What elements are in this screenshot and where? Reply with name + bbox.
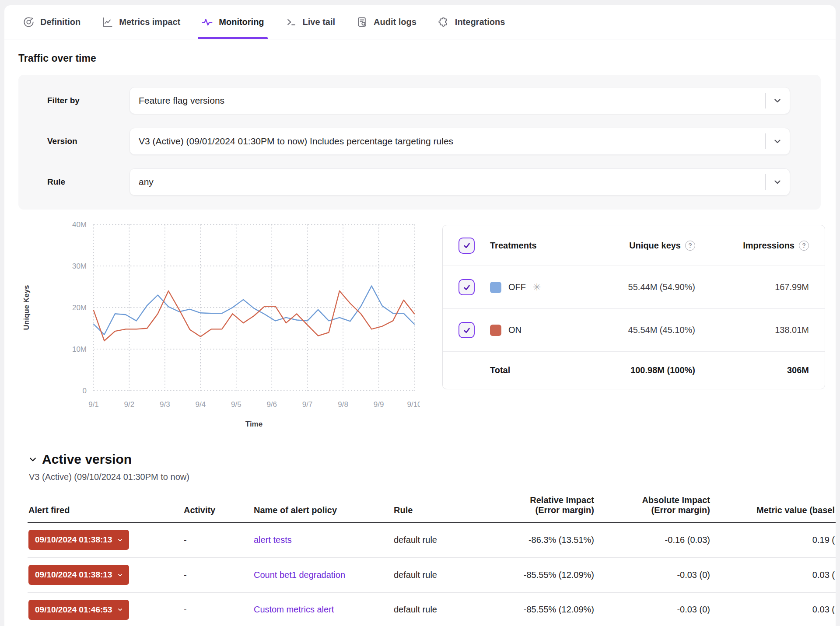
total-unique-keys: 100.98M (100%)	[551, 365, 695, 375]
alert-relative-impact: -85.55% (12.09%)	[494, 592, 594, 626]
divider	[765, 133, 766, 149]
alert-metric-value: 0.19 (	[710, 522, 836, 557]
treatment-name: OFF	[508, 282, 526, 292]
tab-definition[interactable]: Definition	[23, 5, 80, 39]
treatments-header-row: Treatments Unique keys ? Impressions ?	[443, 225, 825, 266]
rule-select[interactable]: any	[130, 168, 790, 196]
alert-activity: -	[183, 557, 253, 592]
off-checkbox[interactable]	[458, 279, 475, 295]
chevron-down-icon	[772, 95, 783, 106]
total-impressions: 306M	[695, 365, 809, 375]
svg-text:40M: 40M	[72, 220, 87, 229]
chevron-down-icon	[28, 455, 37, 464]
rule-label: Rule	[47, 177, 130, 187]
svg-text:9/7: 9/7	[302, 400, 313, 409]
active-version-toggle[interactable]: Active version	[28, 452, 836, 467]
alert-fired-time: 09/10/2024 01:46:53	[35, 605, 112, 615]
chart-and-treatments: 010M20M30M40M9/19/29/39/49/59/69/79/89/9…	[4, 217, 836, 435]
col-relative-impact: Relative Impact (Error margin)	[494, 495, 594, 522]
rule-row: Rule any	[47, 168, 790, 196]
alert-fired-button[interactable]: 09/10/2024 01:46:53	[28, 600, 129, 620]
filter-panel: Filter by Feature flag versions Version …	[18, 75, 821, 210]
svg-text:9/8: 9/8	[338, 400, 348, 409]
check-icon	[462, 241, 472, 250]
unique-keys-header: Unique keys	[629, 241, 681, 251]
col-rule: Rule	[393, 495, 494, 522]
alert-fired-button[interactable]: 09/10/2024 01:38:13	[28, 565, 129, 585]
active-version-section: Active version V3 (Active) (09/10/2024 0…	[28, 452, 836, 482]
tab-audit-logs[interactable]: Audit logs	[356, 5, 416, 39]
version-value: V3 (Active) (09/01/2024 01:30PM to now) …	[139, 136, 765, 147]
tab-live-tail[interactable]: Live tail	[285, 5, 335, 39]
unique-keys-help-icon[interactable]: ?	[685, 241, 695, 251]
alert-metric-value: 0.03 (	[710, 557, 836, 592]
alert-fired-button[interactable]: 09/10/2024 01:38:13	[28, 530, 129, 550]
filter-by-label: Filter by	[47, 96, 130, 105]
divider	[765, 93, 766, 108]
version-row: Version V3 (Active) (09/01/2024 01:30PM …	[47, 128, 790, 155]
version-select[interactable]: V3 (Active) (09/01/2024 01:30PM to now) …	[130, 128, 790, 155]
definition-icon	[23, 16, 35, 28]
chevron-down-icon	[117, 537, 123, 543]
tab-metrics-impact[interactable]: Metrics impact	[102, 5, 180, 39]
col-activity: Activity	[183, 495, 253, 522]
svg-text:9/9: 9/9	[374, 400, 384, 409]
tab-monitoring[interactable]: Monitoring	[201, 5, 264, 39]
treatment-row-on: ON 45.54M (45.10%) 138.01M	[443, 308, 825, 351]
rule-value: any	[139, 177, 765, 187]
svg-text:Unique Keys: Unique Keys	[22, 285, 31, 330]
alerts-header-row: Alert fired Activity Name of alert polic…	[28, 495, 836, 522]
tab-label: Metrics impact	[119, 17, 180, 27]
svg-text:9/10: 9/10	[407, 400, 420, 409]
treatment-name: ON	[508, 325, 522, 335]
impressions-help-icon[interactable]: ?	[799, 241, 809, 251]
alert-activity: -	[183, 522, 253, 557]
off-unique-keys: 55.44M (54.90%)	[551, 282, 695, 292]
svg-text:9/2: 9/2	[124, 400, 135, 409]
svg-text:0: 0	[83, 387, 87, 395]
tab-integrations[interactable]: Integrations	[438, 5, 505, 39]
col-alert-fired: Alert fired	[28, 495, 183, 522]
chevron-down-icon	[117, 572, 123, 578]
check-icon	[462, 325, 472, 335]
svg-text:10M: 10M	[72, 345, 87, 353]
frozen-asterisk-icon: ✳	[533, 282, 541, 293]
monitoring-icon	[201, 16, 213, 28]
traffic-line-chart: 010M20M30M40M9/19/29/39/49/59/69/79/89/9…	[18, 217, 420, 435]
divider	[765, 174, 766, 190]
svg-text:9/4: 9/4	[196, 400, 206, 409]
svg-text:Time: Time	[245, 420, 262, 428]
alert-relative-impact: -86.3% (13.51%)	[494, 522, 594, 557]
alert-policy-link[interactable]: alert tests	[254, 535, 292, 545]
tab-label: Integrations	[455, 17, 505, 27]
tab-label: Monitoring	[219, 17, 264, 27]
alerts-table: Alert fired Activity Name of alert polic…	[28, 495, 836, 626]
alert-rule: default rule	[393, 522, 494, 557]
svg-text:9/5: 9/5	[231, 400, 242, 409]
tab-label: Audit logs	[374, 17, 416, 27]
impressions-header: Impressions	[743, 241, 794, 251]
alert-row: 09/10/2024 01:46:53 - Custom metrics ale…	[28, 592, 836, 626]
chevron-down-icon	[117, 606, 123, 613]
treatments-total-row: Total 100.98M (100%) 306M	[443, 351, 825, 389]
alert-policy-link[interactable]: Custom metrics alert	[254, 605, 334, 614]
select-all-checkbox[interactable]	[458, 238, 475, 254]
off-color-swatch	[490, 282, 501, 293]
alerts-table-wrap: Alert fired Activity Name of alert polic…	[28, 495, 836, 626]
svg-text:9/3: 9/3	[160, 400, 170, 409]
svg-text:9/6: 9/6	[266, 400, 277, 409]
tab-label: Definition	[40, 17, 80, 27]
active-version-title: Active version	[42, 452, 132, 467]
check-icon	[462, 283, 472, 292]
filter-by-select[interactable]: Feature flag versions	[130, 87, 790, 114]
version-label: Version	[47, 136, 130, 146]
total-label: Total	[490, 365, 551, 375]
main-card: Definition Metrics impact Monitoring Liv…	[4, 5, 836, 626]
col-absolute-impact: Absolute Impact (Error margin)	[594, 495, 710, 522]
on-checkbox[interactable]	[458, 322, 475, 338]
alert-absolute-impact: -0.16 (0.03)	[594, 522, 710, 557]
alert-policy-link[interactable]: Count bet1 degradation	[254, 570, 345, 580]
svg-text:20M: 20M	[72, 304, 87, 312]
alert-row: 09/10/2024 01:38:13 - alert tests defaul…	[28, 522, 836, 557]
alert-metric-value: 0.03 (	[710, 592, 836, 626]
